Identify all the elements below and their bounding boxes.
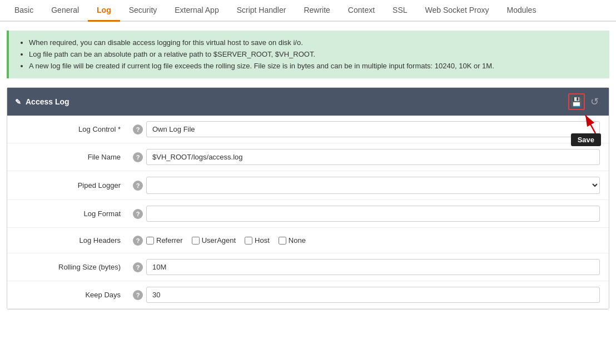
input-keep-days[interactable] [146, 287, 600, 303]
label-file-name: File Name [7, 153, 130, 161]
checkbox-host[interactable] [245, 237, 252, 245]
tab-script-handler[interactable]: Script Handler [228, 0, 295, 22]
control-log-headers: ReferrerUserAgentHostNone [146, 236, 609, 245]
checkbox-label-none[interactable]: None [279, 236, 306, 245]
input-log-control[interactable] [146, 121, 600, 137]
row-log-format: Log Format? [7, 200, 609, 228]
control-file-name [146, 149, 609, 165]
panel-title: Access Log [26, 97, 69, 106]
control-log-control [146, 121, 609, 137]
help-icon-log-control[interactable]: ? [133, 124, 143, 134]
control-keep-days [146, 287, 609, 303]
checkbox-text-host: Host [255, 236, 270, 245]
label-log-control: Log Control * [7, 125, 130, 133]
checkbox-text-none: None [289, 236, 306, 245]
arrow-svg [557, 112, 601, 134]
checkbox-referrer[interactable] [146, 237, 154, 245]
edit-icon: ✎ [15, 98, 21, 106]
help-piped-logger: ? [130, 181, 146, 191]
input-log-format[interactable] [146, 206, 600, 222]
tab-external-app[interactable]: External App [166, 0, 227, 22]
row-file-name: File Name? [7, 143, 609, 171]
label-piped-logger: Piped Logger [7, 181, 130, 190]
tab-ssl[interactable]: SSL [384, 0, 416, 22]
help-icon-rolling-size[interactable]: ? [133, 262, 143, 272]
help-log-format: ? [130, 209, 146, 219]
row-rolling-size: Rolling Size (bytes)? [7, 253, 609, 281]
help-log-control: ? [130, 124, 146, 134]
checkbox-label-useragent[interactable]: UserAgent [192, 236, 236, 245]
help-icon-piped-logger[interactable]: ? [133, 181, 143, 191]
form-body: Log Control *?File Name?Piped Logger?Log… [7, 116, 609, 309]
save-disk-icon: 💾 [571, 97, 582, 107]
save-tooltip-wrapper: Save [557, 112, 601, 146]
row-log-control: Log Control *? [7, 116, 609, 143]
info-bullet: When required, you can disable access lo… [29, 37, 600, 49]
save-button[interactable]: 💾 [568, 93, 585, 110]
svg-line-1 [585, 115, 595, 133]
tab-rewrite[interactable]: Rewrite [295, 0, 339, 22]
help-icon-file-name[interactable]: ? [133, 152, 143, 162]
info-bullet: Log file path can be an absolute path or… [29, 49, 600, 61]
tab-web-socket-proxy[interactable]: Web Socket Proxy [416, 0, 498, 22]
checkbox-label-host[interactable]: Host [245, 236, 270, 245]
panel-header: ✎ Access Log 💾 ↺ Save [7, 88, 609, 116]
checkbox-useragent[interactable] [192, 237, 200, 245]
checkbox-label-referrer[interactable]: Referrer [146, 236, 183, 245]
help-icon-keep-days[interactable]: ? [133, 290, 143, 300]
row-log-headers: Log Headers?ReferrerUserAgentHostNone [7, 228, 609, 253]
label-log-format: Log Format [7, 210, 130, 218]
input-file-name[interactable] [146, 149, 600, 165]
help-icon-log-headers[interactable]: ? [133, 236, 143, 246]
row-keep-days: Keep Days? [7, 281, 609, 309]
control-rolling-size [146, 259, 609, 275]
info-box: When required, you can disable access lo… [7, 31, 609, 78]
help-file-name: ? [130, 152, 146, 162]
label-rolling-size: Rolling Size (bytes) [7, 263, 130, 271]
panel-header-left: ✎ Access Log [15, 97, 69, 106]
checkbox-text-referrer: Referrer [156, 236, 183, 245]
help-log-headers: ? [130, 236, 146, 246]
tab-general[interactable]: General [42, 0, 88, 22]
save-tooltip-label: Save [571, 133, 601, 146]
label-log-headers: Log Headers [7, 236, 130, 245]
tab-basic[interactable]: Basic [6, 0, 42, 22]
tab-security[interactable]: Security [120, 0, 166, 22]
help-keep-days: ? [130, 290, 146, 300]
checkbox-text-useragent: UserAgent [202, 236, 236, 245]
info-bullet: A new log file will be created if curren… [29, 61, 600, 72]
help-icon-log-format[interactable]: ? [133, 209, 143, 219]
select-piped-logger[interactable] [146, 177, 600, 194]
label-keep-days: Keep Days [7, 291, 130, 299]
access-log-panel: ✎ Access Log 💾 ↺ Save [7, 87, 609, 310]
input-rolling-size[interactable] [146, 259, 600, 275]
tab-modules[interactable]: Modules [498, 0, 545, 22]
checkbox-group-log-headers: ReferrerUserAgentHostNone [146, 236, 600, 245]
reset-button[interactable]: ↺ [588, 94, 601, 109]
control-piped-logger [146, 177, 609, 194]
row-piped-logger: Piped Logger? [7, 171, 609, 200]
panel-header-right: 💾 ↺ Save [568, 93, 601, 110]
help-rolling-size: ? [130, 262, 146, 272]
info-list: When required, you can disable access lo… [18, 37, 600, 72]
tab-bar: BasicGeneralLogSecurityExternal AppScrip… [0, 0, 616, 22]
checkbox-none[interactable] [279, 237, 286, 245]
control-log-format [146, 206, 609, 222]
tab-log[interactable]: Log [88, 0, 120, 22]
tab-context[interactable]: Context [339, 0, 384, 22]
